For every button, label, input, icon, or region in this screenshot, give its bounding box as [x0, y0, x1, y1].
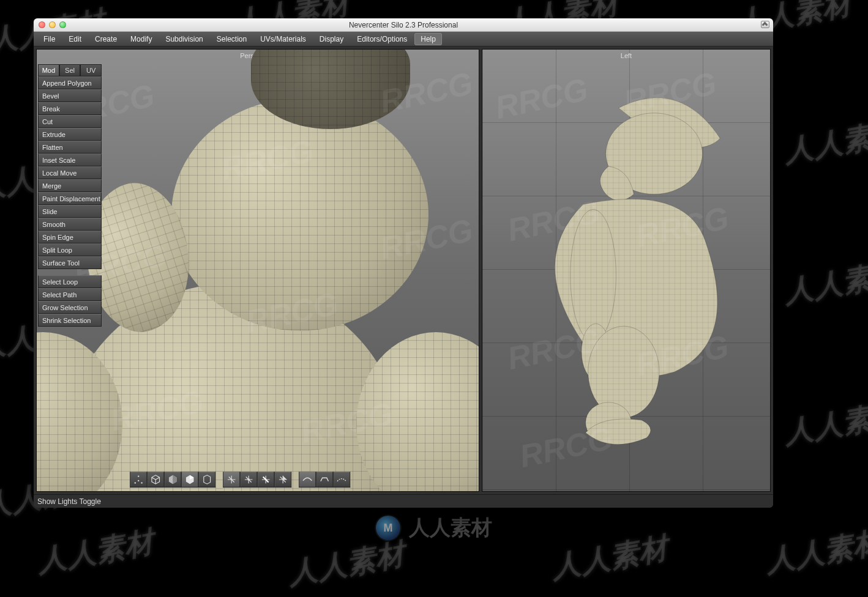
shade-wire-icon[interactable]	[147, 472, 164, 488]
menu-modify[interactable]: Modify	[124, 33, 158, 45]
watermark-text: 人人素材	[548, 528, 671, 587]
tool-panel-tabs: Mod Sel UV	[38, 64, 102, 76]
minimize-icon[interactable]	[49, 21, 56, 28]
watermark-text: 人人素材	[781, 113, 868, 171]
tool-grow-selection[interactable]: Grow Selection	[38, 301, 102, 314]
tool-append-polygon[interactable]: Append Polygon	[38, 76, 102, 89]
model-perspective	[37, 50, 479, 491]
menu-help[interactable]: Help	[414, 33, 442, 45]
watermark-text: 人人素材	[34, 522, 157, 581]
component-mode-group	[223, 472, 291, 488]
svg-point-3	[138, 480, 139, 481]
tool-tab-sel[interactable]: Sel	[59, 64, 81, 76]
viewport-left[interactable]: Left	[482, 49, 771, 492]
menu-subdivision[interactable]: Subdivision	[159, 33, 209, 45]
watermark-text: 人人素材	[763, 522, 868, 581]
tool-cut[interactable]: Cut	[38, 115, 102, 128]
window-controls	[34, 21, 66, 28]
model-left	[482, 50, 770, 491]
shade-points-icon[interactable]	[130, 472, 147, 488]
tool-tab-uv[interactable]: UV	[80, 64, 102, 76]
soft-off-icon[interactable]	[299, 472, 316, 488]
window-title: Nevercenter Silo 2.3 Professional	[34, 21, 773, 29]
tool-select-loop[interactable]: Select Loop	[38, 275, 102, 288]
soft-select-group	[299, 472, 350, 488]
workspace: Perspective RRCG RRCG RRCG RRCG RRCG RRC…	[34, 46, 773, 494]
titlebar[interactable]: Nevercenter Silo 2.3 Professional	[34, 18, 773, 32]
shade-flat-icon[interactable]	[164, 472, 181, 488]
watermark-text: 人人素材	[781, 394, 868, 453]
svg-point-0	[135, 482, 136, 483]
tool-break[interactable]: Break	[38, 102, 102, 115]
tool-tab-mod[interactable]: Mod	[38, 64, 59, 76]
shade-textured-icon[interactable]	[198, 472, 215, 488]
select-vertex-icon[interactable]	[240, 472, 257, 488]
svg-point-21	[588, 326, 659, 417]
app-window: Nevercenter Silo 2.3 Professional File E…	[34, 18, 773, 508]
tool-paint-displacement[interactable]: Paint Displacement	[38, 192, 102, 205]
tool-slide[interactable]: Slide	[38, 205, 102, 218]
tool-inset-scale[interactable]: Inset Scale	[38, 154, 102, 166]
menu-editors-options[interactable]: Editors/Options	[351, 33, 413, 45]
svg-point-10	[247, 478, 250, 481]
tool-spin-edge[interactable]: Spin Edge	[38, 231, 102, 243]
svg-point-1	[138, 475, 139, 476]
tool-flatten[interactable]: Flatten	[38, 141, 102, 154]
viewport-toolbar	[130, 472, 350, 488]
menu-create[interactable]: Create	[89, 33, 123, 45]
tool-smooth[interactable]: Smooth	[38, 218, 102, 231]
statusbar: Show Lights Toggle	[34, 494, 773, 508]
menu-display[interactable]: Display	[313, 33, 350, 45]
menu-selection[interactable]: Selection	[211, 33, 253, 45]
tool-select-path[interactable]: Select Path	[38, 288, 102, 301]
soft-square-icon[interactable]	[316, 472, 333, 488]
viewport-perspective[interactable]: Perspective RRCG RRCG RRCG RRCG RRCG RRC…	[36, 49, 479, 492]
watermark-text: 人人素材	[781, 253, 868, 312]
menu-uvs-materials[interactable]: UVs/Materials	[254, 33, 312, 45]
select-edge-icon[interactable]	[257, 472, 274, 488]
shading-mode-group	[130, 472, 215, 488]
shade-smooth-icon[interactable]	[181, 472, 198, 488]
tool-split-loop[interactable]: Split Loop	[38, 243, 102, 256]
zoom-icon[interactable]	[59, 21, 66, 28]
menubar: File Edit Create Modify Subdivision Sele…	[34, 32, 773, 46]
tool-surface-tool[interactable]: Surface Tool	[38, 256, 102, 269]
svg-point-2	[141, 482, 142, 483]
tool-panel: Mod Sel UV Append Polygon Bevel Break Cu…	[38, 64, 102, 327]
watermark-text: 人人素材	[285, 535, 408, 593]
statusbar-text: Show Lights Toggle	[37, 497, 101, 506]
soft-dome-icon[interactable]	[333, 472, 350, 488]
tool-bevel[interactable]: Bevel	[38, 89, 102, 102]
select-object-icon[interactable]	[223, 472, 240, 488]
tool-extrude[interactable]: Extrude	[38, 128, 102, 141]
menu-edit[interactable]: Edit	[62, 33, 88, 45]
tool-shrink-selection[interactable]: Shrink Selection	[38, 314, 102, 327]
select-face-icon[interactable]	[274, 472, 291, 488]
menu-file[interactable]: File	[37, 33, 61, 45]
fullscreen-icon[interactable]	[761, 21, 769, 28]
tool-local-move[interactable]: Local Move	[38, 166, 102, 179]
close-icon[interactable]	[39, 21, 45, 28]
tool-merge[interactable]: Merge	[38, 179, 102, 192]
svg-point-19	[571, 209, 616, 341]
